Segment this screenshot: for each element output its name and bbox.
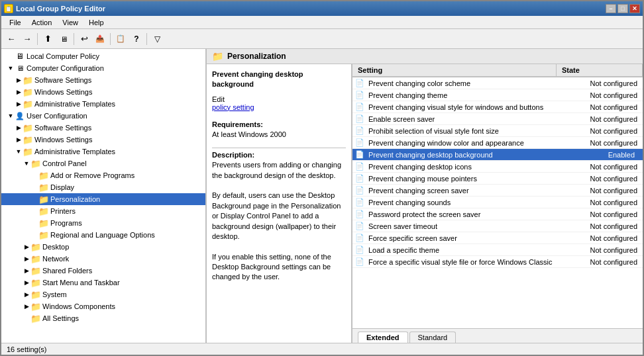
- row-state: Not configured: [557, 221, 643, 232]
- tree-user-config[interactable]: ▼ 👤 User Configuration: [1, 110, 205, 122]
- tree-system[interactable]: ▶ 📁 System: [1, 289, 205, 300]
- tree-label-software-2: Software Settings: [34, 124, 91, 132]
- list-item[interactable]: 📄Prohibit selection of visual style font…: [352, 125, 643, 137]
- row-icon: 📄: [352, 210, 366, 218]
- tree-computer-config[interactable]: ▼ 🖥 Computer Configuration: [1, 62, 205, 74]
- tree-label-display: Display: [50, 183, 74, 191]
- tree-arrow: ▼: [7, 65, 15, 71]
- row-setting: Screen saver timeout: [366, 221, 557, 232]
- tree-label-local-policy: Local Computer Policy: [27, 52, 99, 60]
- row-state: Not configured: [557, 245, 643, 255]
- close-button[interactable]: ✕: [629, 4, 640, 13]
- tabs-bar: Extended Standard: [352, 328, 643, 343]
- list-item[interactable]: 📄Prevent changing window color and appea…: [352, 137, 643, 149]
- list-item[interactable]: 📄Prevent changing screen saverNot config…: [352, 185, 643, 197]
- tree-label-windows-1: Windows Settings: [34, 88, 92, 96]
- edit-policy-label: Edit: [212, 95, 346, 103]
- tree-admin-templates-2[interactable]: ▼ 📁 Administrative Templates: [1, 146, 205, 157]
- minimize-button[interactable]: –: [606, 4, 616, 13]
- edit-policy-link[interactable]: policy setting: [212, 103, 346, 111]
- folder-icon: 📁: [38, 170, 49, 181]
- tab-extended[interactable]: Extended: [358, 332, 408, 343]
- back-button[interactable]: ←: [4, 32, 19, 46]
- tree-local-policy[interactable]: 🖥 Local Computer Policy: [1, 50, 205, 62]
- list-scroll: 📄Prevent changing color schemeNot config…: [352, 77, 643, 328]
- row-state: Not configured: [557, 233, 643, 244]
- list-item[interactable]: 📄Prevent changing soundsNot configured: [352, 197, 643, 208]
- tree-windows-settings-2[interactable]: ▶ 📁 Windows Settings: [1, 134, 205, 146]
- tree-label-windows-2: Windows Settings: [34, 136, 92, 144]
- list-item[interactable]: 📄Prevent changing color schemeNot config…: [352, 77, 643, 89]
- tree-add-remove[interactable]: 📁 Add or Remove Programs: [1, 169, 205, 181]
- menu-file[interactable]: File: [4, 17, 27, 28]
- status-bar: 16 setting(s): [1, 343, 643, 355]
- column-setting[interactable]: Setting: [352, 64, 557, 76]
- list-item[interactable]: 📄Force a specific visual style file or f…: [352, 256, 643, 268]
- tree-all-settings[interactable]: 📁 All Settings: [1, 312, 205, 324]
- column-state[interactable]: State: [557, 64, 643, 76]
- row-state: Not configured: [557, 161, 643, 172]
- filter-button[interactable]: ▽: [150, 32, 164, 46]
- tree-software-settings-1[interactable]: ▶ 📁 Software Settings: [1, 74, 205, 86]
- tree-label-network: Network: [42, 255, 69, 263]
- list-item[interactable]: 📄Prevent changing mouse pointersNot conf…: [352, 173, 643, 185]
- list-item[interactable]: 📄Prevent changing visual style for windo…: [352, 101, 643, 113]
- export-button[interactable]: 📤: [93, 32, 107, 46]
- forward-button[interactable]: →: [20, 32, 34, 46]
- title-bar-left: 📋 Local Group Policy Editor: [4, 4, 105, 13]
- tree-label-regional: Regional and Language Options: [50, 231, 155, 239]
- tree-display[interactable]: 📁 Display: [1, 181, 205, 193]
- properties-button[interactable]: 📋: [113, 32, 128, 46]
- refresh-button[interactable]: ↩: [77, 32, 91, 46]
- row-setting: Enable screen saver: [366, 114, 557, 124]
- section-header-icon: 📁: [212, 51, 223, 62]
- tree-personalization[interactable]: 📁 Personalization: [1, 193, 205, 205]
- section-header: 📁 Personalization: [207, 49, 643, 64]
- tree-software-settings-2[interactable]: ▶ 📁 Software Settings: [1, 122, 205, 134]
- menu-action[interactable]: Action: [27, 17, 58, 28]
- tree-shared-folders[interactable]: ▶ 📁 Shared Folders: [1, 265, 205, 277]
- maximize-button[interactable]: □: [617, 4, 628, 13]
- list-item[interactable]: 📄Force specific screen saverNot configur…: [352, 232, 643, 244]
- row-state: Not configured: [557, 257, 643, 267]
- title-bar: 📋 Local Group Policy Editor – □ ✕: [1, 1, 643, 16]
- toolbar-separator-3: [110, 33, 111, 45]
- list-item[interactable]: 📄Load a specific themeNot configured: [352, 244, 643, 256]
- tree-windows-settings-1[interactable]: ▶ 📁 Windows Settings: [1, 86, 205, 98]
- tree-network[interactable]: ▶ 📁 Network: [1, 253, 205, 265]
- row-icon: 📄: [352, 234, 366, 242]
- row-setting: Prevent changing screen saver: [366, 185, 557, 196]
- tree-windows-components[interactable]: ▶ 📁 Windows Components: [1, 300, 205, 312]
- help-button[interactable]: ?: [129, 32, 144, 46]
- list-item[interactable]: 📄Password protect the screen saverNot co…: [352, 208, 643, 220]
- folder-icon: 📁: [38, 182, 49, 193]
- row-state: Not configured: [557, 197, 643, 208]
- tree-label-control-panel: Control Panel: [42, 159, 87, 167]
- row-icon: 📄: [352, 103, 366, 111]
- tree-start-menu[interactable]: ▶ 📁 Start Menu and Taskbar: [1, 277, 205, 289]
- tree-desktop[interactable]: ▶ 📁 Desktop: [1, 241, 205, 253]
- row-icon: 📄: [352, 257, 366, 266]
- menu-help[interactable]: Help: [83, 17, 109, 28]
- tree-label-all-settings: All Settings: [42, 314, 79, 322]
- up-button[interactable]: ⬆: [40, 32, 55, 46]
- list-item[interactable]: 📄Screen saver timeoutNot configured: [352, 220, 643, 232]
- window-controls: – □ ✕: [606, 4, 640, 13]
- tree-admin-templates-1[interactable]: ▶ 📁 Administrative Templates: [1, 98, 205, 110]
- toolbar-separator-1: [37, 33, 38, 45]
- folder-icon: 📁: [30, 158, 41, 169]
- list-item[interactable]: 📄Enable screen saverNot configured: [352, 113, 643, 125]
- tree-control-panel[interactable]: ▼ 📁 Control Panel: [1, 157, 205, 169]
- tree-programs[interactable]: 📁 Programs: [1, 217, 205, 229]
- list-item[interactable]: 📄Prevent changing desktop backgroundEnab…: [352, 149, 643, 161]
- row-setting: Load a specific theme: [366, 245, 557, 255]
- tree-regional[interactable]: 📁 Regional and Language Options: [1, 229, 205, 241]
- show-hide-button[interactable]: 🖥: [56, 32, 71, 46]
- row-icon: 📄: [352, 138, 366, 147]
- list-item[interactable]: 📄Prevent changing desktop iconsNot confi…: [352, 161, 643, 173]
- list-item[interactable]: 📄Prevent changing themeNot configured: [352, 89, 643, 101]
- tree-label-shared: Shared Folders: [42, 267, 92, 275]
- menu-view[interactable]: View: [57, 17, 83, 28]
- tab-standard[interactable]: Standard: [409, 332, 456, 343]
- tree-printers[interactable]: 📁 Printers: [1, 205, 205, 217]
